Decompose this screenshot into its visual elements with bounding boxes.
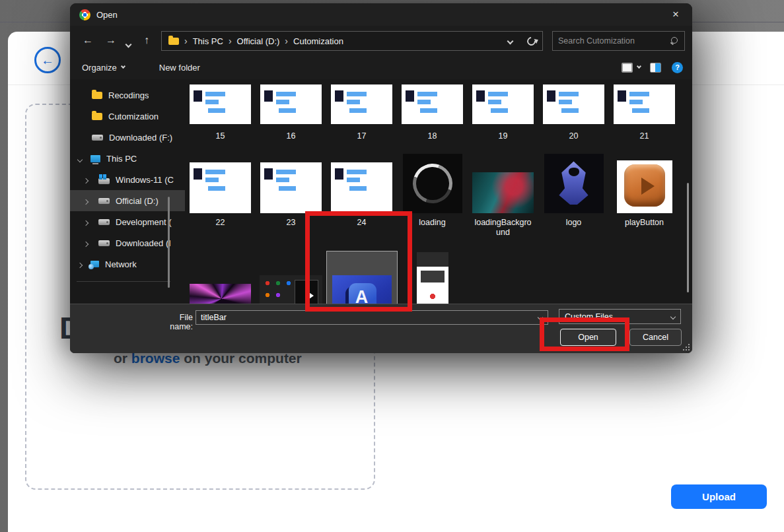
nav-recent-dropdown[interactable] bbox=[126, 36, 131, 51]
file-tile-selected[interactable]: titleBar bbox=[326, 251, 398, 304]
file-list: 15161718192021222324loadingloadingBackgr… bbox=[185, 79, 692, 304]
breadcrumb-segment-this-pc[interactable]: This PC bbox=[193, 36, 223, 46]
file-tile[interactable]: 23 bbox=[254, 145, 328, 232]
search-icon[interactable] bbox=[670, 37, 679, 46]
expander-right-icon[interactable] bbox=[84, 238, 88, 248]
expander-down-icon[interactable] bbox=[78, 154, 82, 164]
file-tile[interactable]: loadingBackground bbox=[466, 145, 540, 242]
thumbnail-wrap bbox=[332, 256, 392, 304]
page-back-button[interactable]: ← bbox=[34, 47, 61, 73]
file-tile[interactable]: 22 bbox=[185, 145, 257, 232]
file-item-21[interactable]: 21 bbox=[609, 79, 680, 145]
upload-button[interactable]: Upload bbox=[671, 484, 767, 509]
file-item-24[interactable]: 24 bbox=[326, 145, 397, 242]
thumbnail-wrap bbox=[543, 84, 604, 127]
file-tile[interactable]: queue bbox=[185, 251, 257, 304]
file-item-22[interactable]: 22 bbox=[185, 145, 256, 242]
nav-back-button[interactable]: ← bbox=[83, 33, 93, 48]
sidebar-item-cutomization[interactable]: Cutomization bbox=[70, 106, 185, 127]
open-button[interactable]: Open bbox=[560, 329, 616, 346]
chevron-icon bbox=[83, 241, 89, 246]
search-input[interactable] bbox=[558, 36, 670, 46]
file-item-loading[interactable]: loading bbox=[397, 145, 468, 242]
dialog-main: RecodingsCutomizationDownloaded (F:)This… bbox=[70, 79, 692, 304]
sidebar-item-downloaded-f[interactable]: Downloaded (F:) bbox=[70, 127, 185, 148]
file-item-15[interactable]: 15 bbox=[185, 79, 256, 145]
sidebar-item-this-pc[interactable]: This PC bbox=[70, 148, 185, 169]
preview-pane-button[interactable] bbox=[650, 63, 661, 73]
file-type-select[interactable]: Custom Files bbox=[559, 309, 681, 324]
file-item-titlebar[interactable]: titleBar bbox=[326, 251, 397, 304]
file-item-23[interactable]: 23 bbox=[256, 145, 326, 242]
file-item-label: 16 bbox=[287, 131, 296, 141]
file-tile[interactable]: logo bbox=[538, 145, 610, 232]
expander-right-icon[interactable] bbox=[84, 217, 88, 227]
sidebar-item-recodings[interactable]: Recodings bbox=[70, 84, 185, 106]
file-name-dropdown-icon[interactable] bbox=[538, 315, 543, 320]
expander-right-icon[interactable] bbox=[78, 259, 82, 269]
change-view-button[interactable] bbox=[622, 63, 641, 73]
breadcrumb[interactable]: ›This PC›Official (D:)›Cutomization bbox=[161, 31, 543, 51]
file-item-logo[interactable]: logo bbox=[538, 145, 609, 242]
drive-icon bbox=[98, 240, 110, 246]
breadcrumb-separator: › bbox=[285, 36, 288, 46]
thumbnail-wrap bbox=[472, 84, 534, 127]
file-tile[interactable]: playButton bbox=[611, 145, 678, 232]
resize-grip[interactable] bbox=[683, 344, 690, 350]
file-tile[interactable]: 18 bbox=[396, 79, 469, 145]
file-name-input[interactable] bbox=[196, 313, 538, 322]
nav-up-button[interactable]: ↑ bbox=[144, 33, 149, 48]
sidebar-separator bbox=[77, 281, 170, 282]
file-item-20[interactable]: 20 bbox=[538, 79, 609, 145]
thumbnail-wrap bbox=[331, 84, 392, 127]
file-tile[interactable]: tt bbox=[411, 251, 454, 304]
file-item-16[interactable]: 16 bbox=[256, 79, 326, 145]
file-item-playbutton[interactable]: playButton bbox=[609, 145, 680, 242]
cancel-button[interactable]: Cancel bbox=[629, 329, 682, 346]
nav-forward-button[interactable]: → bbox=[106, 33, 116, 48]
file-item-17[interactable]: 17 bbox=[326, 79, 397, 145]
file-item-label: 22 bbox=[216, 218, 225, 227]
file-tile[interactable]: 19 bbox=[466, 79, 540, 145]
sidebar-item-windows-11-c[interactable]: Windows-11 (C bbox=[70, 169, 185, 190]
file-item-18[interactable]: 18 bbox=[397, 79, 468, 145]
file-item-queue[interactable]: queue bbox=[185, 251, 256, 304]
file-item-test[interactable]: test bbox=[256, 251, 326, 304]
file-list-scrollbar[interactable] bbox=[687, 183, 689, 292]
view-icon bbox=[622, 63, 633, 73]
file-tile[interactable]: 17 bbox=[325, 79, 398, 145]
file-item-tt[interactable]: tt bbox=[397, 251, 468, 304]
dialog-footer: File name: Custom Files Open Cancel bbox=[70, 304, 692, 353]
close-icon[interactable]: × bbox=[668, 8, 683, 21]
file-tile[interactable]: 24 bbox=[325, 145, 398, 232]
thumbnail-wrap bbox=[331, 150, 392, 213]
sidebar-item-label: This PC bbox=[106, 154, 137, 164]
file-tile[interactable]: 20 bbox=[537, 79, 610, 145]
file-tile[interactable]: test bbox=[254, 251, 328, 304]
expander-right-icon[interactable] bbox=[84, 196, 88, 206]
file-tile[interactable]: loading bbox=[397, 145, 468, 232]
drive-icon bbox=[98, 198, 110, 204]
file-item-19[interactable]: 19 bbox=[468, 79, 538, 145]
sidebar-scrollbar[interactable] bbox=[168, 197, 170, 288]
breadcrumb-separator: › bbox=[229, 36, 232, 46]
chevron-icon bbox=[77, 262, 83, 267]
refresh-icon[interactable] bbox=[525, 35, 537, 47]
folder-icon bbox=[92, 92, 102, 99]
thumbnail-22 bbox=[190, 162, 251, 213]
file-tile[interactable]: 15 bbox=[185, 79, 257, 145]
file-item-loadingbackground[interactable]: loadingBackground bbox=[468, 145, 538, 242]
file-grid-row-3: queuetesttitleBartt bbox=[185, 251, 692, 304]
help-button[interactable]: ? bbox=[672, 62, 683, 73]
expander-right-icon[interactable] bbox=[84, 175, 88, 185]
file-tile[interactable]: 21 bbox=[608, 79, 681, 145]
file-tile[interactable]: 16 bbox=[254, 79, 328, 145]
breadcrumb-segment-cutomization[interactable]: Cutomization bbox=[293, 36, 343, 46]
new-folder-label: New folder bbox=[159, 63, 200, 73]
file-item-label: 15 bbox=[216, 131, 225, 141]
breadcrumb-segments: ›This PC›Official (D:)›Cutomization bbox=[179, 36, 343, 46]
breadcrumb-segment-official-d[interactable]: Official (D:) bbox=[237, 36, 280, 46]
new-folder-button[interactable]: New folder bbox=[159, 63, 200, 73]
organize-button[interactable]: Organize bbox=[82, 63, 125, 73]
address-dropdown-icon[interactable] bbox=[507, 38, 514, 44]
